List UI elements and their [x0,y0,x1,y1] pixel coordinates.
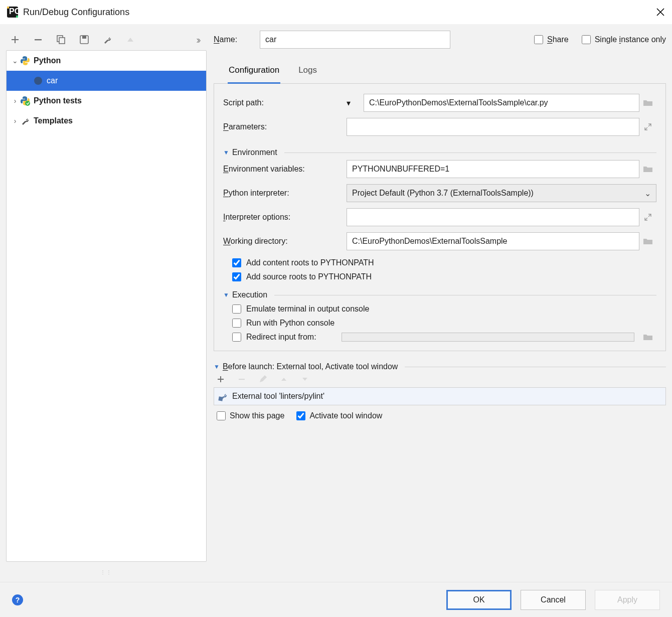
script-path-input[interactable] [364,94,639,112]
titlebar: PC Run/Debug Configurations [0,0,672,24]
ok-button[interactable]: OK [446,590,512,610]
expand-icon[interactable] [639,123,656,131]
run-with-console-checkbox[interactable]: Run with Python console [232,319,656,328]
add-content-roots-checkbox[interactable]: Add content roots to PYTHONPATH [232,258,656,267]
external-tool-icon [218,392,228,401]
svg-point-9 [34,77,42,85]
parameters-label: Parameters: [223,122,342,131]
tabs: Configuration Logs [214,60,666,84]
svg-rect-8 [82,36,86,39]
expand-button[interactable]: ›› [192,34,204,46]
name-label: Name: [214,35,251,44]
svg-rect-4 [35,39,42,40]
add-source-roots-checkbox[interactable]: Add source roots to PYTHONPATH [232,272,656,281]
svg-text:PC: PC [9,7,21,16]
close-button[interactable] [656,8,665,17]
redirect-input-checkbox[interactable] [232,333,241,342]
collapse-icon: ▼ [223,291,229,298]
tab-logs[interactable]: Logs [297,60,318,83]
collapse-icon: ▼ [223,149,229,156]
chevron-right-icon[interactable]: › [11,117,20,125]
expand-icon[interactable] [639,213,656,221]
svg-point-10 [25,101,30,106]
emulate-terminal-checkbox[interactable]: Emulate terminal in output console [232,304,656,314]
env-vars-input[interactable] [347,160,639,178]
remove-config-button[interactable] [32,34,44,46]
working-dir-label: Working directory: [223,237,342,246]
svg-rect-3 [16,16,18,18]
activate-tool-window-checkbox[interactable]: Activate tool window [296,411,382,420]
before-launch-item[interactable]: External tool 'linters/pylint' [214,388,665,405]
tree-node-car[interactable]: car [7,71,206,91]
window-title: Run/Debug Configurations [23,7,129,18]
add-task-button[interactable] [216,374,226,384]
name-input[interactable] [260,31,450,49]
interpreter-label: Python interpreter: [223,189,342,198]
copy-config-button[interactable] [55,34,67,46]
folder-icon[interactable] [639,237,656,245]
script-path-dropdown-icon[interactable]: ▾ [347,98,359,108]
python-file-icon [33,76,44,85]
working-dir-input[interactable] [347,232,639,250]
chevron-down-icon: ⌄ [644,189,651,198]
share-checkbox[interactable]: Share [534,35,569,44]
add-config-button[interactable] [9,34,21,46]
tree-node-python-tests[interactable]: › Python tests [7,91,206,111]
script-path-label: Script path: [223,98,342,107]
apply-button: Apply [595,590,660,610]
edit-task-button [258,374,268,384]
svg-rect-11 [239,379,245,380]
svg-rect-6 [59,38,65,44]
single-instance-checkbox[interactable]: Single instance only [582,35,666,44]
show-this-page-checkbox[interactable]: Show this page [217,411,284,420]
interpreter-dropdown[interactable]: Project Default (Python 3.7 (ExternalToo… [347,184,656,202]
resize-grip[interactable]: ⋮⋮ [6,562,207,582]
folder-icon[interactable] [639,333,656,341]
chevron-right-icon[interactable]: › [11,97,20,105]
before-launch-toolbar [214,371,666,387]
wrench-icon [20,116,31,125]
parameters-input[interactable] [347,118,639,136]
tree-node-python[interactable]: ⌄ Python [7,51,206,71]
move-task-down-button [300,374,310,384]
config-toolbar: ›› [6,29,207,50]
collapse-icon: ▼ [214,363,220,370]
chevron-down-icon[interactable]: ⌄ [11,57,20,65]
config-tree[interactable]: ⌄ Python car › Python tests › Templates [6,50,207,562]
tree-node-templates[interactable]: › Templates [7,111,206,131]
python-tests-icon [20,96,31,106]
before-launch-header[interactable]: ▼ Before launch: External tool, Activate… [214,362,666,371]
app-icon: PC [7,7,18,18]
redirect-input-path [342,333,634,342]
env-vars-label: Environment variables: [223,165,342,174]
folder-icon[interactable] [639,165,656,173]
help-button[interactable]: ? [12,594,23,605]
environment-section-header[interactable]: ▼ Environment [223,148,656,157]
svg-rect-12 [218,396,223,401]
move-up-button [124,34,136,46]
save-config-button[interactable] [78,34,90,46]
svg-rect-2 [7,7,9,9]
folder-icon[interactable] [639,99,656,107]
interpreter-opts-input[interactable] [347,208,639,226]
move-task-up-button [279,374,289,384]
tab-configuration[interactable]: Configuration [228,60,280,84]
wrench-button[interactable] [101,34,113,46]
interpreter-opts-label: Interpreter options: [223,213,342,222]
cancel-button[interactable]: Cancel [521,590,586,610]
remove-task-button [237,374,247,384]
python-icon [20,56,31,66]
before-launch-list[interactable]: External tool 'linters/pylint' [214,387,666,405]
redirect-input-label: Redirect input from: [246,333,337,342]
execution-section-header[interactable]: ▼ Execution [223,290,656,299]
